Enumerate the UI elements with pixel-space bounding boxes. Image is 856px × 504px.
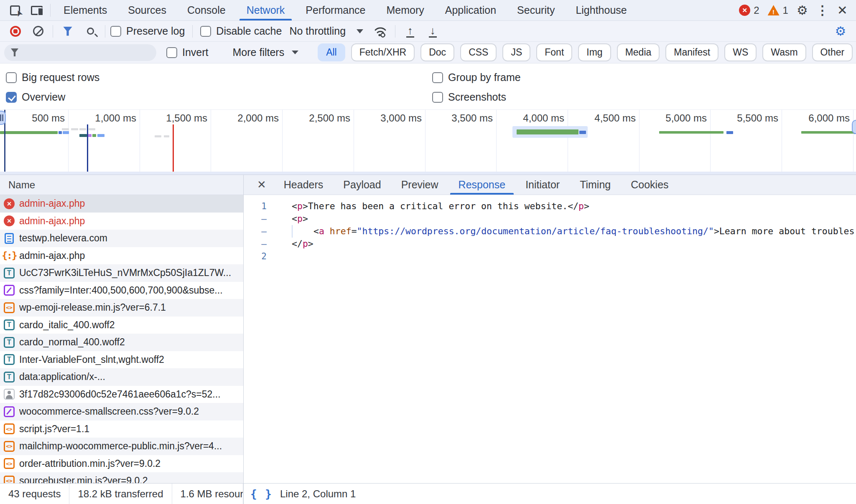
request-row[interactable]: css?family=Inter:400,500,600,700,900&sub… <box>0 282 243 299</box>
tab-application[interactable]: Application <box>435 0 507 20</box>
detail-tab-payload[interactable]: Payload <box>333 175 391 195</box>
error-icon: ✕ <box>739 5 750 16</box>
request-name: mailchimp-woocommerce-public.min.js?ver=… <box>19 441 222 452</box>
filter-pill-fetch-xhr[interactable]: Fetch/XHR <box>351 43 415 61</box>
preserve-log-checkbox[interactable]: Preserve log <box>110 25 185 37</box>
request-row[interactable]: ✕admin-ajax.php <box>0 213 243 230</box>
filter-pill-doc[interactable]: Doc <box>420 43 454 61</box>
tab-memory[interactable]: Memory <box>376 0 434 20</box>
request-row[interactable]: Tcardo_normal_400.woff2 <box>0 334 243 351</box>
filter-input[interactable] <box>23 47 150 58</box>
import-har-button[interactable]: ↑ <box>400 23 420 40</box>
filter-pill-ws[interactable]: WS <box>724 43 757 61</box>
request-row[interactable]: Tdata:application/x-... <box>0 368 243 386</box>
timeline-gridline <box>354 110 354 172</box>
console-warnings-badge[interactable]: ! 1 <box>768 5 788 16</box>
tab-sources[interactable]: Sources <box>117 0 177 20</box>
network-overview-timeline[interactable]: 500 ms1,000 ms1,500 ms2,000 ms2,500 ms3,… <box>0 109 856 175</box>
filter-pill-manifest[interactable]: Manifest <box>665 43 718 61</box>
tab-console[interactable]: Console <box>177 0 236 20</box>
timeline-bar <box>579 131 586 134</box>
filter-pill-wasm[interactable]: Wasm <box>762 43 806 61</box>
overview-left-handle[interactable] <box>0 111 6 125</box>
search-button[interactable] <box>81 23 100 40</box>
group-by-frame-checkbox[interactable]: Group by frame <box>432 71 521 84</box>
detail-tab-initiator[interactable]: Initiator <box>515 175 570 195</box>
detail-tabs: ✕ HeadersPayloadPreviewResponseInitiator… <box>244 175 856 195</box>
code-text: <p> <box>275 213 856 225</box>
tab-lighthouse[interactable]: Lighthouse <box>565 0 637 20</box>
timeline-gridline <box>496 110 497 172</box>
timeline-tick-label: 2,000 ms <box>237 112 282 124</box>
throttling-value: No throttling <box>289 25 346 37</box>
close-details-button[interactable]: ✕ <box>250 175 274 195</box>
filter-pill-js[interactable]: JS <box>502 43 530 61</box>
timeline-bar <box>0 131 58 134</box>
request-name: UcC73FwrK3iLTeHuS_nVMrMxCp50SjIa1ZL7W... <box>19 267 231 279</box>
screenshots-label: Screenshots <box>448 91 506 103</box>
inspect-element-button[interactable] <box>4 0 26 20</box>
request-row[interactable]: woocommerce-smallscreen.css?ver=9.0.2 <box>0 403 243 420</box>
filter-pill-other[interactable]: Other <box>812 43 853 61</box>
more-filters-dropdown[interactable]: More filters <box>229 46 303 58</box>
request-row[interactable]: TInter-VariableFont_slnt,wght.woff2 <box>0 351 243 369</box>
detail-tab-timing[interactable]: Timing <box>570 175 621 195</box>
invert-checkbox[interactable]: Invert <box>166 46 209 58</box>
clear-network-log-button[interactable] <box>28 23 48 40</box>
request-row[interactable]: <>script.js?ver=1.1 <box>0 420 243 438</box>
tab-network[interactable]: Network <box>236 0 296 20</box>
filter-pill-media[interactable]: Media <box>617 43 660 61</box>
request-row[interactable]: <>sourcebuster.min.js?ver=9.0.2 <box>0 472 243 483</box>
filter-pill-font[interactable]: Font <box>536 43 572 61</box>
detail-tab-preview[interactable]: Preview <box>391 175 448 195</box>
request-table: Name ✕admin-ajax.php✕admin-ajax.phptestw… <box>0 175 244 483</box>
big-request-rows-checkbox[interactable]: Big request rows <box>6 71 432 84</box>
overview-checkbox[interactable]: Overview <box>6 91 432 103</box>
tab-elements[interactable]: Elements <box>53 0 117 20</box>
request-row[interactable]: <>wp-emoji-release.min.js?ver=6.7.1 <box>0 299 243 317</box>
timeline-gridline <box>282 110 283 172</box>
screenshots-checkbox[interactable]: Screenshots <box>432 91 506 103</box>
request-row[interactable]: Tcardo_italic_400.woff2 <box>0 317 243 334</box>
checkbox <box>6 72 17 83</box>
filter-pill-img[interactable]: Img <box>578 43 611 61</box>
editor-status: { } Line 2, Column 1 <box>244 484 356 504</box>
close-devtools-button[interactable]: ✕ <box>837 4 848 17</box>
filter-pill-css[interactable]: CSS <box>460 43 497 61</box>
request-row[interactable]: testwp.helevera.com <box>0 230 243 247</box>
request-row[interactable]: ✕admin-ajax.php <box>0 195 243 213</box>
filter-toggle-button[interactable] <box>58 23 77 40</box>
throttling-dropdown[interactable]: No throttling <box>285 25 367 37</box>
group-by-frame-label: Group by frame <box>448 71 521 84</box>
code-line: 1<p>There has been a critical error on t… <box>244 200 856 213</box>
request-row[interactable]: {:}admin-ajax.php <box>0 247 243 265</box>
overview-right-handle[interactable] <box>852 120 856 134</box>
request-row[interactable]: <>mailchimp-woocommerce-public.min.js?ve… <box>0 438 243 455</box>
settings-gear-button[interactable]: ⚙ <box>797 4 808 17</box>
export-har-button[interactable]: ↓ <box>423 23 442 40</box>
record-network-log-button[interactable] <box>6 23 25 40</box>
detail-tab-headers[interactable]: Headers <box>274 175 334 195</box>
filter-input-box[interactable] <box>4 44 156 61</box>
console-errors-badge[interactable]: ✕ 2 <box>739 5 759 16</box>
request-row[interactable]: 3f17d82c93006d0c52e7461aee606a1c?s=52... <box>0 386 243 403</box>
detail-tab-cookies[interactable]: Cookies <box>621 175 678 195</box>
disable-cache-checkbox[interactable]: Disable cache <box>200 25 282 37</box>
response-code-view[interactable]: 1<p>There has been a critical error on t… <box>244 195 856 483</box>
clear-icon <box>33 26 43 36</box>
name-column-header[interactable]: Name <box>0 175 243 195</box>
device-toolbar-button[interactable] <box>26 0 48 20</box>
network-conditions-button[interactable] <box>371 23 390 40</box>
tab-performance[interactable]: Performance <box>295 0 376 20</box>
request-row[interactable]: TUcC73FwrK3iLTeHuS_nVMrMxCp50SjIa1ZL7W..… <box>0 264 243 282</box>
tab-security[interactable]: Security <box>507 0 565 20</box>
divider <box>192 25 193 38</box>
detail-tab-response[interactable]: Response <box>448 175 516 195</box>
network-settings-button[interactable]: ⚙ <box>831 23 850 40</box>
request-row[interactable]: <>order-attribution.min.js?ver=9.0.2 <box>0 455 243 473</box>
pretty-print-icon[interactable]: { } <box>250 488 273 500</box>
font-icon: T <box>4 354 15 365</box>
stylesheet-icon <box>4 406 15 417</box>
more-options-button[interactable]: ⋮ <box>816 4 829 17</box>
filter-pill-all[interactable]: All <box>318 43 345 61</box>
